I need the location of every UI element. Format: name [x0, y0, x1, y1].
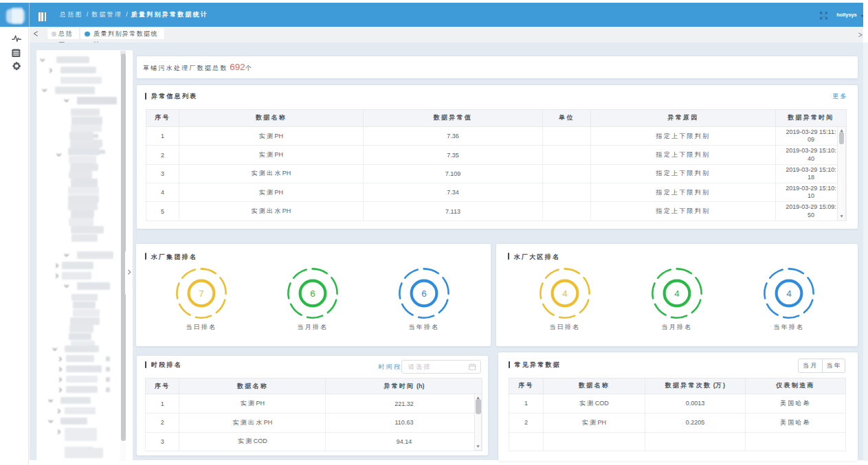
svg-text:7: 7 — [199, 288, 204, 298]
svg-text:6: 6 — [421, 288, 427, 298]
svg-text:4: 4 — [786, 288, 792, 298]
svg-text:4: 4 — [562, 288, 568, 298]
svg-text:6: 6 — [310, 288, 315, 298]
svg-text:4: 4 — [674, 288, 680, 298]
